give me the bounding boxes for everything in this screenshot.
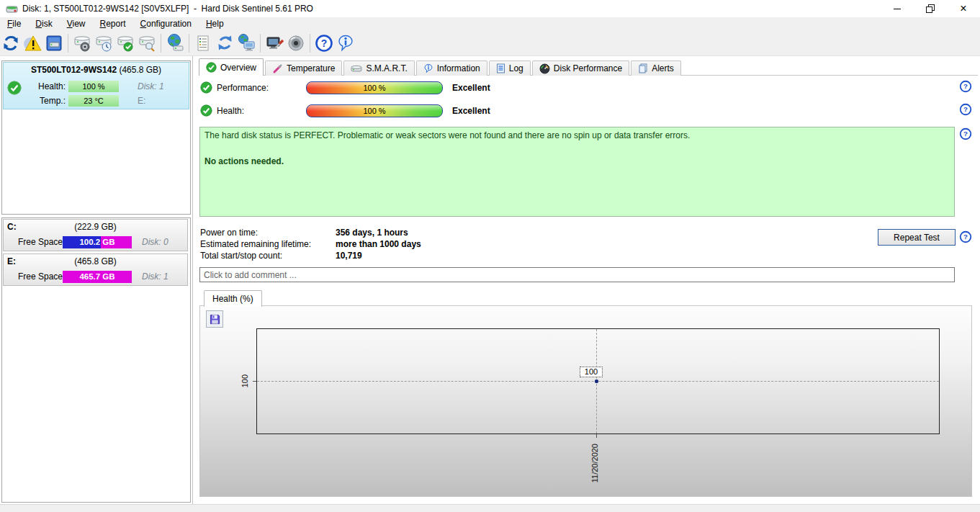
help-performance-button[interactable]: ? (959, 80, 972, 93)
svg-text:?: ? (963, 233, 968, 241)
tab-label: Temperature (287, 63, 335, 73)
partition-disk-index: Disk: 1 (142, 271, 168, 282)
toolbar-separator (310, 34, 310, 53)
disk-panel-st500lt012[interactable]: ST500LT012-9WS142 (465.8 GB) Health: 100… (3, 62, 189, 109)
menu-item-report[interactable]: Report (93, 18, 133, 30)
disk-acoustic-button[interactable] (71, 32, 93, 54)
help-icon: ? (315, 34, 333, 53)
sidebar-health-label: Health: (24, 81, 66, 91)
chart-tab-label: Health (%) (212, 294, 253, 304)
stat-label: Power on time: (200, 227, 258, 238)
tab-alerts[interactable]: Alerts (631, 60, 681, 76)
tab-log[interactable]: Log (489, 60, 531, 76)
disk-display-button[interactable] (43, 32, 65, 54)
help-icon: ? (959, 230, 972, 243)
sounds-button[interactable] (285, 32, 307, 54)
minimize-button[interactable] (881, 0, 914, 17)
health-bar: 100 % (306, 104, 443, 117)
sidebar-health-bar: 100 % (68, 81, 119, 92)
disk-clock-button[interactable] (93, 32, 114, 54)
close-button[interactable]: × (947, 0, 980, 17)
menu-item-help[interactable]: Help (199, 18, 231, 30)
tab-label: Alerts (652, 63, 674, 73)
health-value: 100 % (363, 107, 385, 115)
tab-information[interactable]: Information (416, 60, 487, 76)
tab-disk-performance[interactable]: Disk Performance (532, 60, 629, 76)
status-message-box: The hard disk status is PERFECT. Problem… (199, 127, 955, 217)
tab-label: Information (437, 63, 480, 73)
disk-size: (465.8 GB) (119, 65, 161, 75)
restore-icon (925, 4, 935, 14)
restore-button[interactable] (914, 0, 947, 17)
tab-label: Log (509, 63, 523, 73)
sidebar-splitter[interactable] (192, 56, 193, 504)
report-button[interactable] (192, 32, 214, 54)
stat-value: more than 1000 days (336, 238, 421, 250)
disk-analyse-icon (138, 34, 156, 53)
save-chart-button[interactable] (206, 310, 223, 328)
warning-status-button[interactable] (22, 32, 43, 54)
disk-name: ST500LT012-9WS142 (31, 65, 117, 75)
remote-monitor-button[interactable] (235, 32, 257, 54)
partition-panel-c[interactable]: C: (222.9 GB) Free Space 100.2 GB Disk: … (3, 219, 188, 251)
partition-size: (222.9 GB) (4, 222, 187, 232)
window-title: Disk: 1, ST500LT012-9WS142 [S0V5XLFP] - … (22, 4, 313, 14)
partition-panel-e[interactable]: E: (465.8 GB) Free Space 465.7 GB Disk: … (3, 253, 188, 286)
tab-smart[interactable]: S.M.A.R.T. (343, 60, 414, 76)
information-tab-icon (423, 63, 433, 73)
health-rating: Excellent (452, 104, 490, 117)
toolbar-separator (260, 34, 261, 53)
titlebar: Disk: 1, ST500LT012-9WS142 [S0V5XLFP] - … (0, 0, 980, 17)
network-disks-button[interactable] (164, 32, 186, 54)
partition-list: C: (222.9 GB) Free Space 100.2 GB Disk: … (1, 217, 191, 503)
tab-temperature[interactable]: Temperature (265, 60, 342, 76)
sync-report-button[interactable] (214, 32, 235, 54)
health-label: Health: (217, 104, 244, 117)
tab-label: S.M.A.R.T. (366, 63, 407, 73)
sidebar-temp-bar: 23 °C (68, 95, 119, 107)
tab-bar: Overview Temperature S.M.A.R.T. Informat… (199, 59, 683, 76)
help-health-button[interactable]: ? (959, 103, 972, 116)
about-button[interactable] (335, 32, 356, 54)
sidebar: ST500LT012-9WS142 (465.8 GB) Health: 100… (0, 56, 192, 504)
health-ok-icon (200, 104, 212, 117)
floppy-icon (210, 314, 220, 325)
info-bubble-icon (336, 34, 355, 53)
help-toolbar-button[interactable]: ? (313, 32, 335, 54)
sidebar-temp-label: Temp.: (24, 96, 66, 106)
y-axis-label: 100 (240, 374, 249, 387)
refresh-button[interactable] (0, 32, 22, 54)
free-space-value: 100.2 GB (79, 238, 114, 246)
repeat-test-button[interactable]: Repeat Test (878, 229, 956, 246)
help-status-button[interactable]: ? (959, 127, 972, 140)
data-point (595, 379, 598, 383)
data-point-label: 100 (580, 367, 603, 377)
settings-button[interactable] (264, 32, 285, 54)
log-tab-icon (496, 63, 505, 73)
disk-display-icon (45, 34, 63, 53)
menu-item-configuration[interactable]: Configuration (133, 18, 199, 30)
tab-overview[interactable]: Overview (199, 58, 264, 76)
performance-label: Performance: (217, 81, 269, 94)
menu-item-disk[interactable]: Disk (28, 18, 59, 30)
performance-bar: 100 % (306, 81, 443, 94)
help-icon: ? (959, 103, 972, 116)
disk-analyse-button[interactable] (136, 32, 158, 54)
y-axis-tick (253, 381, 256, 382)
free-space-bar: 465.7 GB (63, 271, 132, 283)
x-axis-label: 11/20/2020 (590, 444, 599, 482)
remote-monitor-icon (237, 33, 256, 53)
disk-list: ST500LT012-9WS142 (465.8 GB) Health: 100… (1, 60, 191, 215)
partition-disk-index: Disk: 0 (142, 237, 168, 247)
disk-clock-icon (94, 34, 113, 53)
disk-status-button[interactable] (114, 32, 136, 54)
svg-text:?: ? (963, 82, 968, 90)
menu-item-view[interactable]: View (60, 18, 93, 30)
chart-tab-health[interactable]: Health (%) (204, 290, 262, 307)
menu-item-file[interactable]: File (0, 18, 28, 30)
help-repeat-test-button[interactable]: ? (959, 230, 972, 243)
x-axis-tick (596, 434, 597, 438)
sync-report-icon (215, 33, 235, 53)
comment-input[interactable] (199, 267, 955, 282)
overview-tab-icon (206, 62, 217, 73)
